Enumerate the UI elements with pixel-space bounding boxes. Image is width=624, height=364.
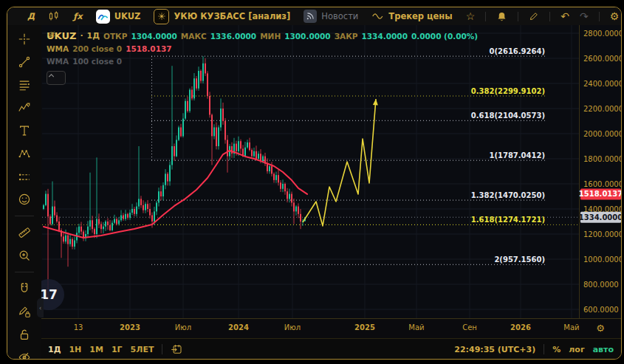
- bottom-bar-divider: [162, 344, 162, 354]
- log-scale-toggle[interactable]: лог: [569, 345, 584, 354]
- auto-scale-toggle[interactable]: авто: [593, 345, 614, 354]
- session-clock[interactable]: 22:49:35 (UTC+3): [454, 345, 535, 354]
- news-label: Новости: [321, 11, 358, 21]
- alert-bell-icon[interactable]: [496, 11, 507, 22]
- crosshair-icon[interactable]: [18, 32, 31, 46]
- favorite-star-icon[interactable]: ☆: [466, 11, 476, 21]
- fib-level-label: 1.382(1470.0250): [471, 191, 545, 199]
- magnet-icon[interactable]: [18, 282, 31, 295]
- percent-scale-toggle[interactable]: %: [552, 345, 560, 354]
- fib-level-label: 0.618(2104.0573): [471, 111, 545, 120]
- zoom-in-icon[interactable]: [18, 249, 31, 262]
- go-to-date-icon[interactable]: [171, 343, 182, 355]
- redo-icon[interactable]: ↷: [580, 11, 589, 21]
- price-tracker-button[interactable]: Трекер цены: [371, 11, 452, 21]
- trend-line-icon[interactable]: [18, 55, 31, 69]
- svg-text:17: 17: [41, 287, 58, 302]
- indicators-button[interactable]: ƒx: [73, 11, 82, 21]
- time-tick-label: 2026: [510, 323, 531, 332]
- sidebar-divider: [15, 272, 34, 272]
- wave-pattern-icon[interactable]: [18, 101, 31, 114]
- grid: [42, 25, 580, 318]
- company-analysis-button[interactable]: УКЮ КУЗБАСС [анализ]: [154, 9, 290, 24]
- timeframe-1m[interactable]: 1М: [89, 345, 103, 354]
- sidebar-divider: [15, 216, 34, 216]
- fib-level-label: 1(1787.0412): [489, 151, 545, 159]
- projection-arrowhead: [373, 99, 378, 106]
- lock-icon[interactable]: [18, 328, 31, 341]
- news-button[interactable]: Новости: [304, 10, 358, 23]
- chart-canvas[interactable]: 0(2616.9264)0.382(2299.9102)0.618(2104.0…: [41, 25, 621, 318]
- time-tick-label: 13: [74, 323, 83, 332]
- time-tick-label: Июл: [175, 323, 191, 332]
- top-toolbar: Д ƒx: [7, 7, 621, 25]
- chart-pane: 0(2616.9264)0.382(2299.9102)0.618(2104.0…: [41, 25, 621, 318]
- toolbar-divider: [549, 12, 550, 21]
- toolbar-divider: [599, 12, 600, 21]
- fib-retracement-icon[interactable]: [18, 78, 31, 92]
- indicators-fx-icon: ƒx: [73, 11, 82, 21]
- price-tick-label: 2600.0000: [583, 55, 621, 63]
- time-tick-label: 2024: [228, 323, 249, 332]
- price-tick-label: 1200.0000: [583, 230, 621, 238]
- price-tick-label: 2000.0000: [583, 130, 621, 138]
- time-tick-label: Май: [563, 323, 579, 332]
- timeframe-1y[interactable]: 1Г: [112, 345, 123, 354]
- sidebar-collapse-handle[interactable]: ‹: [37, 298, 44, 317]
- settings-gear-icon[interactable]: ⚙: [610, 11, 620, 21]
- emoji-tool-icon[interactable]: [18, 193, 31, 206]
- price-tick-label: 1000.0000: [583, 255, 621, 264]
- price-tick-label: 600.0000: [583, 306, 619, 314]
- price-tick-label: 2800.0000: [583, 30, 621, 38]
- tradingview-logo-icon: [96, 10, 110, 24]
- candlestick-series: [43, 56, 306, 297]
- text-tool-icon[interactable]: [18, 124, 31, 137]
- timeframe-5y[interactable]: 5ЛЕТ: [131, 345, 154, 354]
- price-tick-label: 800.0000: [583, 281, 619, 289]
- chart-style-button[interactable]: [48, 10, 60, 22]
- indicator-value-badge-text: 1518.0137: [579, 190, 621, 198]
- company-logo-icon: [154, 9, 169, 24]
- time-axis-gear-icon[interactable]: ⚙: [596, 323, 605, 334]
- ruler-icon[interactable]: [18, 226, 31, 239]
- time-tick-label: Сен: [462, 323, 477, 332]
- symbol-search-button[interactable]: Д: [27, 11, 35, 21]
- forecast-tool-icon[interactable]: [18, 170, 31, 183]
- active-symbol-button[interactable]: UKUZ: [96, 10, 141, 24]
- fib-extension[interactable]: 0(2616.9264)0.382(2299.9102)0.618(2104.0…: [151, 47, 547, 265]
- bottom-bar-divider: [544, 344, 544, 354]
- time-tick-label: 2023: [120, 323, 140, 332]
- fib-level-label: 1.618(1274.1721): [471, 216, 545, 224]
- close-price-badge-text: 1334.0000: [579, 213, 621, 222]
- time-tick-label: Июл: [284, 323, 301, 332]
- undo-icon[interactable]: ↶: [560, 11, 569, 21]
- price-tick-label: 1800.0000: [583, 155, 621, 163]
- rss-icon: [304, 10, 317, 23]
- xabcd-pattern-icon[interactable]: [18, 147, 31, 160]
- price-tick-label: 2400.0000: [583, 80, 621, 88]
- price-tracker-label: Трекер цены: [388, 11, 452, 21]
- legend-collapse-button[interactable]: [47, 71, 66, 85]
- edit-pencil-icon[interactable]: [529, 11, 539, 21]
- bottom-bar: 1Д 1Н 1М 1Г 5ЛЕТ 22:49:35 (UTC+3) % лог …: [41, 338, 621, 360]
- timeframe-1d[interactable]: 1Д: [48, 345, 61, 354]
- fib-level-label: 2(957.1560): [494, 255, 545, 264]
- time-axis[interactable]: ⚙ 132023Июл2024Июл2025МайСен2026Май: [41, 318, 621, 339]
- toolbar-divider: [485, 12, 486, 21]
- price-tick-label: 2200.0000: [583, 105, 621, 113]
- time-tick-label: 2025: [354, 323, 375, 332]
- time-tick-label: Май: [408, 323, 424, 332]
- candles-style-icon: [48, 10, 60, 22]
- timeframe-1w[interactable]: 1Н: [69, 345, 81, 354]
- active-symbol-label: UKUZ: [114, 11, 141, 21]
- tradingview-watermark: 17: [41, 279, 64, 310]
- drawing-lock-icon[interactable]: [18, 305, 31, 318]
- hide-drawings-icon[interactable]: [18, 351, 31, 360]
- wave-icon: [371, 11, 384, 21]
- price-tick-label: 1600.0000: [583, 180, 621, 188]
- fib-level-label: 0.382(2299.9102): [471, 87, 545, 95]
- fib-level-label: 0(2616.9264): [489, 47, 545, 55]
- symbol-search-icon: Д: [27, 11, 35, 21]
- toolbar-divider: [518, 12, 518, 21]
- price-axis[interactable]: 2800.00002600.00002400.00002200.00002000…: [579, 30, 621, 314]
